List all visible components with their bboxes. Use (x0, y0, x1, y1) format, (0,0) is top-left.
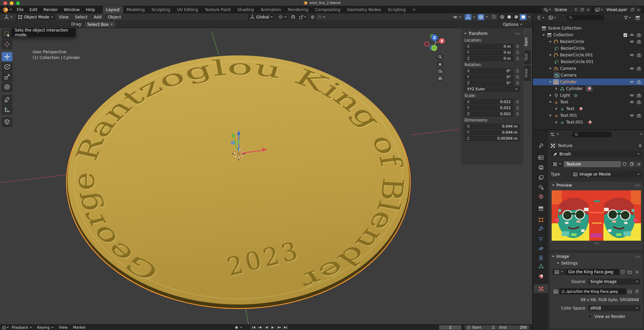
scale-y-field[interactable]: Y0.022 (464, 105, 513, 110)
workspace-tab-texture-paint[interactable]: Texture Paint (201, 6, 234, 13)
tool-rotate[interactable] (2, 62, 12, 72)
workspace-tab-scripting[interactable]: Scripting (384, 6, 409, 13)
prev-keyframe-button[interactable] (257, 325, 263, 330)
outliner-row-beziercircle001[interactable]: BezierCircle.001 (533, 52, 644, 58)
rotation-z-field[interactable]: Z0° (464, 80, 513, 86)
tab-render[interactable] (534, 153, 548, 162)
disclosure-triangle-icon[interactable] (541, 34, 546, 36)
tab-particles[interactable] (534, 235, 548, 243)
interaction-mode-dropdown[interactable]: Object Mode (16, 14, 55, 20)
viewlayer-name[interactable]: ViewLayer (604, 7, 629, 12)
dimensions-y-field[interactable]: Y0.044 m (464, 130, 520, 135)
shading-solid-button[interactable] (506, 14, 512, 20)
next-keyframe-button[interactable] (276, 325, 282, 330)
lock-icon[interactable] (515, 44, 520, 48)
show-gizmo-toggle[interactable] (465, 14, 471, 20)
workspace-tab-uv-editing[interactable]: UV Editing (174, 6, 201, 13)
view-as-render-checkbox[interactable] (588, 315, 592, 319)
preview-collapse-icon[interactable] (552, 185, 554, 186)
overlays-dropdown[interactable] (485, 14, 489, 20)
outliner-row-scene-collection[interactable]: Scene Collection (533, 25, 644, 32)
tab-physics[interactable] (534, 244, 548, 253)
tab-collection[interactable] (534, 204, 548, 213)
settings-subpanel-header[interactable]: Settings (550, 260, 643, 266)
snap-toggle-button[interactable] (290, 14, 296, 20)
tool-scale[interactable] (2, 72, 12, 82)
disable-render-icon[interactable] (637, 100, 641, 104)
collection-checkbox[interactable] (624, 33, 627, 37)
disclosure-triangle-icon[interactable] (548, 115, 553, 116)
filepath-field[interactable]: //../pics/Gio the King Face.jpeg (559, 288, 626, 294)
menu-file[interactable]: File (14, 7, 27, 13)
outliner-row-text001[interactable]: Text.001 (533, 112, 644, 119)
lock-icon[interactable] (515, 69, 520, 73)
viewlayer-copy-button[interactable] (629, 7, 636, 13)
lock-icon[interactable] (515, 50, 520, 54)
sidebar-tab-tool[interactable]: Tool (524, 50, 531, 64)
disclosure-triangle-icon[interactable] (554, 87, 559, 90)
tab-material[interactable] (534, 272, 548, 281)
menu-window[interactable]: Window (61, 7, 83, 13)
menu-edit[interactable]: Edit (27, 7, 40, 13)
disclosure-triangle-icon[interactable] (548, 81, 553, 83)
hide-eye-icon[interactable] (630, 53, 634, 57)
xray-toggle[interactable] (490, 14, 498, 20)
play-reverse-button[interactable] (263, 325, 269, 330)
timeline-menu-view[interactable]: View (56, 325, 70, 330)
disable-render-icon[interactable] (637, 80, 641, 84)
tab-world[interactable] (534, 192, 548, 201)
viewport-menu-select[interactable]: Select (72, 15, 90, 19)
workspace-tab-layout[interactable]: Layout (103, 6, 123, 13)
tab-modifiers[interactable] (534, 224, 548, 233)
lock-icon[interactable] (515, 100, 520, 104)
shading-material-button[interactable] (513, 14, 519, 20)
editor-type-button[interactable] (2, 14, 15, 20)
workspace-tab-rendering[interactable]: Rendering (284, 6, 312, 13)
image-browse-button[interactable] (552, 269, 565, 275)
lock-icon[interactable] (515, 81, 520, 85)
tool-transform[interactable] (2, 82, 12, 92)
app-menu-chevron-icon[interactable] (10, 9, 12, 10)
tool-measure[interactable] (2, 105, 12, 114)
tool-cursor[interactable] (2, 40, 12, 49)
pan-button[interactable] (437, 61, 443, 67)
fake-user-shield-button[interactable] (619, 269, 626, 275)
viewport-menu-object[interactable]: Object (105, 15, 124, 19)
disable-render-icon[interactable] (637, 67, 641, 70)
jump-to-start-button[interactable] (250, 325, 257, 330)
workspace-tab-compositing[interactable]: Compositing (312, 6, 343, 13)
navigation-gizmo[interactable]: Z X (422, 32, 452, 56)
disclosure-triangle-icon[interactable] (554, 107, 559, 110)
rotation-mode-dropdown[interactable]: XYZ Euler (464, 86, 520, 92)
workspace-tab-animation[interactable]: Animation (257, 6, 284, 13)
workspace-tab-shading[interactable]: Shading (234, 6, 257, 13)
location-x-field[interactable]: X0 m (464, 44, 513, 49)
options-dropdown[interactable]: Options (501, 21, 524, 27)
workspace-tab-sculpting[interactable]: Sculpting (148, 6, 174, 13)
scale-z-field[interactable]: Z0.002 (464, 111, 513, 116)
unlink-image-button[interactable] (634, 269, 640, 275)
lock-icon[interactable] (515, 56, 520, 60)
properties-editor-chevron-icon[interactable] (557, 134, 559, 135)
tool-move[interactable] (2, 52, 12, 61)
close-window-button[interactable] (3, 1, 7, 5)
source-dropdown[interactable]: Single Image (588, 279, 640, 285)
tab-view-layer[interactable] (534, 173, 548, 182)
disable-render-icon[interactable] (637, 33, 641, 37)
proportional-edit-toggle[interactable] (309, 14, 316, 20)
scene-pin-button[interactable] (573, 7, 579, 13)
viewlayer-remove-button[interactable] (636, 7, 641, 13)
outliner-row-text-data[interactable]: Text (533, 105, 644, 112)
perspective-toggle-button[interactable] (437, 75, 443, 81)
dimensions-z-field[interactable]: Z0.00304 m (464, 136, 520, 141)
open-image-button[interactable] (627, 269, 633, 275)
fake-user-shield-button[interactable] (621, 161, 628, 167)
panel-grip-icon[interactable] (515, 33, 520, 35)
transform-orientation-dropdown[interactable]: Global (248, 14, 275, 20)
outliner-row-camera-data[interactable]: Camera (533, 72, 644, 79)
tab-texture[interactable] (534, 284, 548, 293)
disclosure-triangle-icon[interactable] (554, 121, 559, 124)
tab-constraints[interactable] (534, 253, 548, 262)
location-z-field[interactable]: Z0 m (464, 56, 513, 61)
hide-eye-icon[interactable] (630, 33, 634, 37)
